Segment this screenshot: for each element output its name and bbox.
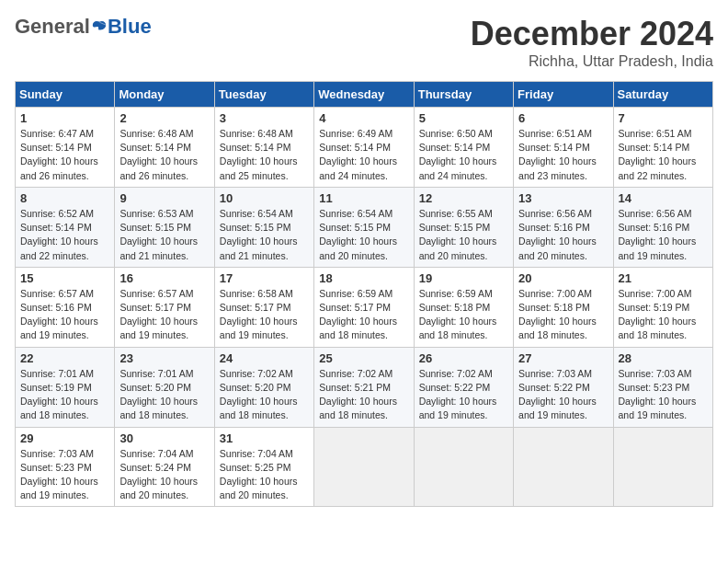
location-subtitle: Richha, Uttar Pradesh, India xyxy=(471,53,713,70)
day-number: 29 xyxy=(20,431,109,445)
table-row: 18Sunrise: 6:59 AM Sunset: 5:17 PM Dayli… xyxy=(314,267,414,347)
col-wednesday: Wednesday xyxy=(314,82,414,108)
day-number: 28 xyxy=(619,351,708,365)
day-number: 8 xyxy=(20,191,109,205)
col-friday: Friday xyxy=(514,82,613,108)
table-row: 6Sunrise: 6:51 AM Sunset: 5:14 PM Daylig… xyxy=(514,108,613,188)
table-row: 26Sunrise: 7:02 AM Sunset: 5:22 PM Dayli… xyxy=(414,347,513,427)
day-number: 11 xyxy=(319,191,408,205)
day-number: 12 xyxy=(419,191,508,205)
day-info: Sunrise: 6:53 AM Sunset: 5:15 PM Dayligh… xyxy=(119,207,209,263)
table-row: 7Sunrise: 6:51 AM Sunset: 5:14 PM Daylig… xyxy=(613,108,712,188)
table-row: 4Sunrise: 6:49 AM Sunset: 5:14 PM Daylig… xyxy=(314,108,414,188)
table-row: 27Sunrise: 7:03 AM Sunset: 5:22 PM Dayli… xyxy=(514,347,613,427)
day-number: 17 xyxy=(220,271,309,285)
logo-blue-text: Blue xyxy=(108,15,152,39)
day-info: Sunrise: 7:01 AM Sunset: 5:20 PM Dayligh… xyxy=(119,367,209,423)
day-info: Sunrise: 6:57 AM Sunset: 5:17 PM Dayligh… xyxy=(119,287,209,343)
table-row: 23Sunrise: 7:01 AM Sunset: 5:20 PM Dayli… xyxy=(115,347,214,427)
day-info: Sunrise: 6:59 AM Sunset: 5:17 PM Dayligh… xyxy=(319,287,408,343)
day-number: 14 xyxy=(619,191,708,205)
day-number: 5 xyxy=(419,111,508,125)
table-row: 12Sunrise: 6:55 AM Sunset: 5:15 PM Dayli… xyxy=(414,187,513,267)
table-row: 16Sunrise: 6:57 AM Sunset: 5:17 PM Dayli… xyxy=(115,267,214,347)
day-info: Sunrise: 6:55 AM Sunset: 5:15 PM Dayligh… xyxy=(419,207,508,263)
day-info: Sunrise: 7:02 AM Sunset: 5:21 PM Dayligh… xyxy=(319,367,408,423)
day-info: Sunrise: 6:49 AM Sunset: 5:14 PM Dayligh… xyxy=(319,127,408,183)
table-row: 17Sunrise: 6:58 AM Sunset: 5:17 PM Dayli… xyxy=(214,267,313,347)
calendar-week-row: 8Sunrise: 6:52 AM Sunset: 5:14 PM Daylig… xyxy=(16,187,713,267)
month-title: December 2024 xyxy=(471,15,713,53)
day-info: Sunrise: 7:04 AM Sunset: 5:24 PM Dayligh… xyxy=(119,447,209,503)
title-block: December 2024 Richha, Uttar Pradesh, Ind… xyxy=(471,15,713,70)
day-number: 3 xyxy=(220,111,309,125)
table-row xyxy=(514,427,613,507)
day-info: Sunrise: 6:48 AM Sunset: 5:14 PM Dayligh… xyxy=(119,127,209,183)
day-info: Sunrise: 6:54 AM Sunset: 5:15 PM Dayligh… xyxy=(220,207,309,263)
calendar-week-row: 1Sunrise: 6:47 AM Sunset: 5:14 PM Daylig… xyxy=(16,108,713,188)
day-info: Sunrise: 7:03 AM Sunset: 5:23 PM Dayligh… xyxy=(619,367,708,423)
day-number: 1 xyxy=(20,111,109,125)
day-info: Sunrise: 7:00 AM Sunset: 5:18 PM Dayligh… xyxy=(518,287,608,343)
day-info: Sunrise: 6:54 AM Sunset: 5:15 PM Dayligh… xyxy=(319,207,408,263)
table-row: 15Sunrise: 6:57 AM Sunset: 5:16 PM Dayli… xyxy=(16,267,115,347)
day-info: Sunrise: 6:56 AM Sunset: 5:16 PM Dayligh… xyxy=(619,207,708,263)
day-number: 16 xyxy=(119,271,209,285)
day-number: 24 xyxy=(220,351,309,365)
table-row: 20Sunrise: 7:00 AM Sunset: 5:18 PM Dayli… xyxy=(514,267,613,347)
table-row xyxy=(314,427,414,507)
day-number: 26 xyxy=(419,351,508,365)
day-number: 15 xyxy=(20,271,109,285)
day-number: 7 xyxy=(619,111,708,125)
day-info: Sunrise: 6:58 AM Sunset: 5:17 PM Dayligh… xyxy=(220,287,309,343)
logo-general-text: General xyxy=(15,15,90,39)
table-row: 10Sunrise: 6:54 AM Sunset: 5:15 PM Dayli… xyxy=(214,187,313,267)
day-number: 13 xyxy=(518,191,608,205)
table-row: 22Sunrise: 7:01 AM Sunset: 5:19 PM Dayli… xyxy=(16,347,115,427)
day-number: 2 xyxy=(119,111,209,125)
calendar-week-row: 22Sunrise: 7:01 AM Sunset: 5:19 PM Dayli… xyxy=(16,347,713,427)
table-row: 25Sunrise: 7:02 AM Sunset: 5:21 PM Dayli… xyxy=(314,347,414,427)
day-info: Sunrise: 6:52 AM Sunset: 5:14 PM Dayligh… xyxy=(20,207,109,263)
day-info: Sunrise: 6:51 AM Sunset: 5:14 PM Dayligh… xyxy=(619,127,708,183)
day-info: Sunrise: 7:00 AM Sunset: 5:19 PM Dayligh… xyxy=(619,287,708,343)
day-info: Sunrise: 6:51 AM Sunset: 5:14 PM Dayligh… xyxy=(518,127,608,183)
table-row: 11Sunrise: 6:54 AM Sunset: 5:15 PM Dayli… xyxy=(314,187,414,267)
logo: General Blue xyxy=(15,15,152,39)
col-thursday: Thursday xyxy=(414,82,513,108)
day-info: Sunrise: 7:02 AM Sunset: 5:20 PM Dayligh… xyxy=(220,367,309,423)
table-row: 14Sunrise: 6:56 AM Sunset: 5:16 PM Dayli… xyxy=(613,187,712,267)
day-info: Sunrise: 7:03 AM Sunset: 5:22 PM Dayligh… xyxy=(518,367,608,423)
table-row: 30Sunrise: 7:04 AM Sunset: 5:24 PM Dayli… xyxy=(115,427,214,507)
calendar-header-row: Sunday Monday Tuesday Wednesday Thursday… xyxy=(16,82,713,108)
logo-bird-icon xyxy=(91,18,108,35)
day-number: 21 xyxy=(619,271,708,285)
day-number: 22 xyxy=(20,351,109,365)
col-tuesday: Tuesday xyxy=(214,82,313,108)
day-info: Sunrise: 7:02 AM Sunset: 5:22 PM Dayligh… xyxy=(419,367,508,423)
day-number: 18 xyxy=(319,271,408,285)
day-number: 23 xyxy=(119,351,209,365)
day-info: Sunrise: 6:47 AM Sunset: 5:14 PM Dayligh… xyxy=(20,127,109,183)
table-row: 2Sunrise: 6:48 AM Sunset: 5:14 PM Daylig… xyxy=(115,108,214,188)
day-info: Sunrise: 7:01 AM Sunset: 5:19 PM Dayligh… xyxy=(20,367,109,423)
table-row: 21Sunrise: 7:00 AM Sunset: 5:19 PM Dayli… xyxy=(613,267,712,347)
calendar-table: Sunday Monday Tuesday Wednesday Thursday… xyxy=(15,81,713,507)
calendar-week-row: 15Sunrise: 6:57 AM Sunset: 5:16 PM Dayli… xyxy=(16,267,713,347)
day-number: 9 xyxy=(119,191,209,205)
table-row: 28Sunrise: 7:03 AM Sunset: 5:23 PM Dayli… xyxy=(613,347,712,427)
day-info: Sunrise: 6:57 AM Sunset: 5:16 PM Dayligh… xyxy=(20,287,109,343)
day-number: 10 xyxy=(220,191,309,205)
day-number: 30 xyxy=(119,431,209,445)
day-info: Sunrise: 7:04 AM Sunset: 5:25 PM Dayligh… xyxy=(220,447,309,503)
col-sunday: Sunday xyxy=(16,82,115,108)
table-row: 8Sunrise: 6:52 AM Sunset: 5:14 PM Daylig… xyxy=(16,187,115,267)
day-info: Sunrise: 6:48 AM Sunset: 5:14 PM Dayligh… xyxy=(220,127,309,183)
col-saturday: Saturday xyxy=(613,82,712,108)
day-number: 4 xyxy=(319,111,408,125)
table-row: 13Sunrise: 6:56 AM Sunset: 5:16 PM Dayli… xyxy=(514,187,613,267)
table-row xyxy=(414,427,513,507)
day-info: Sunrise: 7:03 AM Sunset: 5:23 PM Dayligh… xyxy=(20,447,109,503)
table-row: 1Sunrise: 6:47 AM Sunset: 5:14 PM Daylig… xyxy=(16,108,115,188)
table-row: 5Sunrise: 6:50 AM Sunset: 5:14 PM Daylig… xyxy=(414,108,513,188)
